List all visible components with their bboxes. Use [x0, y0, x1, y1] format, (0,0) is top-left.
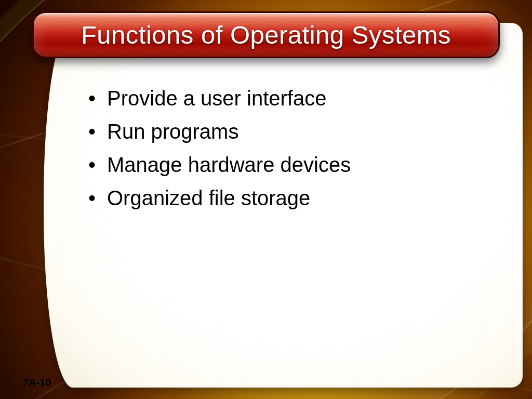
slide-title: Functions of Operating Systems — [81, 20, 451, 49]
list-item: Provide a user interface — [88, 83, 501, 113]
list-item: Manage hardware devices — [88, 150, 501, 180]
slide-title-bar: Functions of Operating Systems — [32, 11, 500, 58]
slide-number: 7A-10 — [23, 377, 51, 389]
bullet-list: Provide a user interface Run programs Ma… — [88, 83, 501, 216]
list-item: Run programs — [88, 116, 501, 147]
list-item: Organized file storage — [88, 183, 501, 213]
